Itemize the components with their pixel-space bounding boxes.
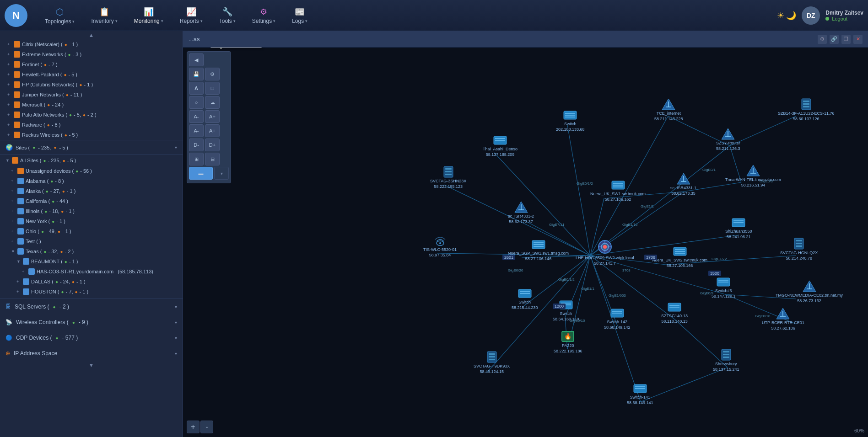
node-3708[interactable]: 3708 (644, 255, 657, 260)
nav-reports[interactable]: 📈 Reports ▾ (172, 3, 211, 28)
site-new-york[interactable]: + New York ( ● - 1 ) (0, 216, 183, 226)
user-avatar[interactable]: DZ (802, 6, 820, 25)
node-switch-142[interactable]: Switch-14258.68.149.142 (604, 307, 631, 330)
cdp-devices-section[interactable]: 🔵 CDP Devices ( ● - 577 ) ▾ (0, 330, 183, 346)
collapse-toolbar-btn[interactable]: ◀ (189, 53, 204, 66)
node-nuera-uk-sw2[interactable]: Nuera_UK_SW2.sw.tmuk.com58.27.106.166 (652, 245, 707, 268)
node-tmgo[interactable]: TMGO-NEWMEDIA-CE02.tm.net.my58.26.73.132 (776, 280, 843, 304)
site-alaska[interactable]: + Alaska ( ● - 27, ● - 1 ) (0, 186, 183, 196)
node-2601[interactable]: 2601 (502, 255, 515, 260)
node-switch-64[interactable]: Switch58.64.160.110 (553, 299, 579, 322)
node-thai-asahi[interactable]: Thai_Asahi_Denso58.137.188.209 (483, 134, 518, 157)
vendor-radware[interactable]: + Radware ( ● - 8 ) (0, 120, 183, 130)
grid2-btn[interactable]: ⊟ (205, 153, 220, 165)
orange-badge: ● (66, 92, 69, 97)
vendor-palo-alto[interactable]: + Palo Alto Networks ( ● - 5, ● - 2 ) (0, 110, 183, 120)
square-btn[interactable]: □ (205, 82, 220, 95)
node-shizhuan[interactable]: ShiZhuan355058.241.96.21 (725, 217, 752, 240)
site-unassigned[interactable]: + Unassigned devices ( ● - 56 ) (0, 166, 183, 176)
zoom-in-btn[interactable]: + (187, 421, 199, 433)
nav-topologies[interactable]: ⬡ Topologies ▾ (37, 3, 83, 28)
vendor-microsoft[interactable]: + Microsoft ( ● - 24 ) (0, 100, 183, 110)
icon-decrease-btn[interactable]: A- (189, 124, 204, 137)
node-1200[interactable]: 1200 (553, 304, 566, 309)
node-tce-internet[interactable]: TCE_internet58.211.143.228 (654, 98, 683, 122)
node-utp-bcer[interactable]: UTP-BCER-RTR-CE0158.27.62.106 (762, 307, 804, 331)
node-svctag-h9dk[interactable]: SVCTAG-H9DK93X58.49.124.15 (474, 351, 510, 374)
node-sztsg[interactable]: SZTSG140-1358.118.140.13 (661, 301, 688, 324)
zoom-controls: + - (187, 421, 213, 433)
site-illinois[interactable]: + Illinois ( ● - 18, ● - 1 ) (0, 206, 183, 216)
scroll-up-btn[interactable]: ▲ (0, 31, 183, 39)
vendor-hp-colubris[interactable]: + HP (Colubris Networks) ( ● - 1 ) (0, 80, 183, 90)
vendor-fortinet[interactable]: + Fortinet ( ● - 7 ) (0, 59, 183, 69)
scroll-down-btn[interactable]: ▼ (0, 361, 183, 369)
site-ohio[interactable]: + Ohio ( ● - 49, ● - 1 ) (0, 226, 183, 236)
node-switch-215[interactable]: Switch58.215.44.230 (512, 288, 538, 310)
app-logo[interactable]: N (5, 4, 27, 27)
node-lhe-hdc[interactable]: LHE-HDC-6509-SW2 wtpk.local58.27.141.7 (576, 239, 634, 266)
node-tis-wlc[interactable]: TIS-WLC-5520-0158.97.35.84 (423, 234, 457, 258)
font-increase-btn[interactable]: A+ (205, 110, 220, 123)
window-gear-btn[interactable]: ⚙ (818, 35, 827, 44)
nav-logs[interactable]: 📰 Logs ▾ (284, 3, 316, 28)
sites-section-header[interactable]: 🌍 Sites ( ● - 235, ● - 5 ) ▾ (0, 140, 183, 155)
node-switch-202[interactable]: Switch202.183.133.68 (556, 109, 585, 132)
vendor-ruckus[interactable]: + Ruckus Wireless ( ● - 5 ) (0, 130, 183, 140)
site-test[interactable]: + Test ( ) (0, 236, 183, 246)
node-szsy-router[interactable]: SZSY-Router58.211.126.3 (716, 128, 740, 151)
vendor-juniper[interactable]: + Juniper Networks ( ● - 11 ) (0, 90, 183, 100)
node-svctag-hgnlq[interactable]: SVCTAG-HGNLQ2X58.214.240.78 (780, 237, 818, 261)
node-pa220[interactable]: 🔥 PA22058.222.195.186 (554, 330, 582, 354)
save-btn[interactable]: 💾 (189, 68, 204, 80)
site-california[interactable]: + California ( ● - 44 ) (0, 196, 183, 206)
vendor-hp[interactable]: + Hewlett-Packard ( ● - 5 ) (0, 69, 183, 80)
wireless-controllers-section[interactable]: 📡 Wireless Controllers ( ● - 9 ) ▾ (0, 314, 183, 330)
expand-icon: ▼ (16, 259, 21, 264)
all-sites-row[interactable]: ▼ All Sites ( ● - 235, ● - 5 ) (0, 155, 183, 166)
node-trina-wan[interactable]: Trina-WAN-TEL.trinasolar.com58.216.51.94 (725, 164, 781, 188)
font-decrease-btn[interactable]: A- (189, 110, 204, 123)
circle-btn[interactable]: ○ (189, 96, 204, 109)
ip-address-space-section[interactable]: ⊕ IP Address Space ▾ (0, 346, 183, 361)
node-svctag-3shn[interactable]: SVCTAG-3SHN23X58.222.195.123 (430, 165, 466, 189)
site-dallas[interactable]: + DALLAS ( ● - 24, ● - 1 ) (0, 277, 183, 287)
node-3500[interactable]: 3500 (708, 271, 721, 276)
d-plus-btn[interactable]: D+ (205, 139, 220, 151)
grid-btn[interactable]: ⊞ (189, 153, 204, 165)
select-btn[interactable]: ▬ (189, 167, 213, 180)
nav-tools[interactable]: 🔧 Tools ▾ (211, 3, 244, 28)
icon-increase-btn[interactable]: A+ (205, 124, 220, 137)
site-texas[interactable]: ▼ Texas ( ● - 32, ● - 2 ) (0, 246, 183, 256)
nav-inventory[interactable]: 📋 Inventory ▾ (83, 3, 125, 28)
vendor-citrix[interactable]: + Citrix (Netscaler) ( ● - 1 ) (0, 39, 183, 49)
site-beaumont[interactable]: ▼ BEAUMONT ( ● - 1 ) (0, 256, 183, 266)
cloud-btn[interactable]: ☁ (205, 96, 220, 109)
node-shrewsbury[interactable]: Shrewsbury58.137.15.241 (713, 348, 739, 372)
nav-monitoring[interactable]: 📊 Monitoring ▾ (126, 3, 172, 28)
text-btn[interactable]: A (189, 82, 204, 95)
settings-tb-btn[interactable]: ⚙ (205, 68, 220, 80)
topology-canvas[interactable]: GigE0/1/2 GigE7/11 GigE1/16 GigE1/1 GigE… (183, 48, 868, 437)
node-isr4331-2[interactable]: sc_ISR4331-258.62.173.37 (508, 201, 534, 224)
window-close-btn[interactable]: ✕ (853, 35, 863, 44)
node-szb14[interactable]: SZB14-3F-A11U22-ECS-11.7658.60.107.126 (778, 98, 835, 122)
nav-settings[interactable]: ⚙ Settings ▾ (244, 3, 284, 28)
logout-link[interactable]: Logout (825, 16, 847, 21)
node-switch3[interactable]: Switch#358.147.128.1 (712, 276, 736, 299)
vendor-extreme[interactable]: + Extreme Networks ( ● - 3 ) (0, 49, 183, 59)
d-minus-btn[interactable]: D- (189, 139, 204, 151)
orange-badge: ● (47, 102, 50, 107)
node-nuera-sgp[interactable]: Nuera_SGP_SW1.sw1.tmsg.com58.27.106.146 (508, 239, 569, 261)
sql-servers-section[interactable]: 🗄 SQL Servers ( ● - 2 ) ▾ (0, 298, 183, 314)
site-alabama[interactable]: + Alabama ( ● - 8 ) (0, 176, 183, 186)
expand-tb-btn[interactable]: ▾ (214, 167, 229, 180)
site-has-co3[interactable]: + HAS-CO3-ST-R1.yourdomain.com (58.185.7… (0, 266, 183, 277)
node-switch-141[interactable]: Switch-14158.68.149.141 (627, 383, 653, 405)
node-nuera-uk-sw1[interactable]: Nuera_UK_SW1.sw.tmuk.com58.27.106.162 (590, 179, 646, 202)
window-link-btn[interactable]: 🔗 (830, 35, 839, 44)
site-houston[interactable]: + HOUSTON ( ● - 7, ● - 1 ) (0, 287, 183, 297)
node-isr4331-1[interactable]: sc_ISR4331-158.62.173.35 (670, 172, 696, 196)
window-restore-btn[interactable]: ❐ (841, 35, 851, 44)
zoom-out-btn[interactable]: - (200, 421, 213, 433)
